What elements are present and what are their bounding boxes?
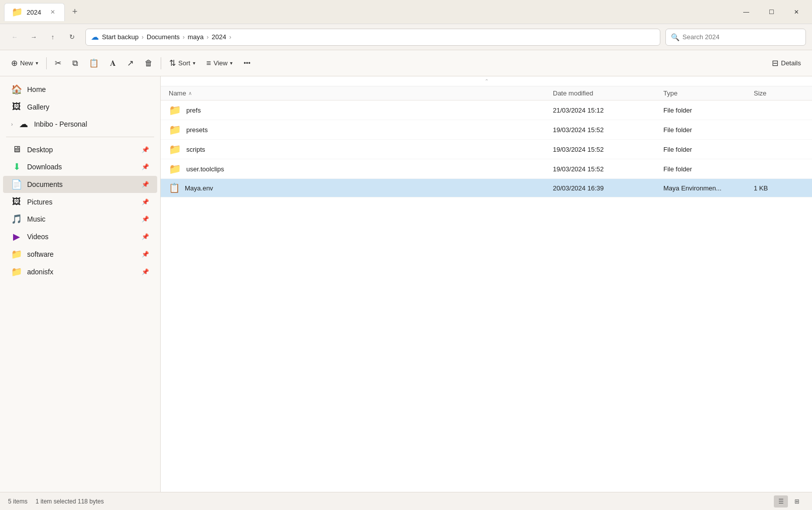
file-size-mayaenv: 1 KB	[754, 184, 804, 192]
file-name-scripts: scripts	[186, 146, 205, 153]
view-dropdown-icon: ▾	[230, 60, 233, 66]
sidebar-label-adonisfx: adonisfx	[27, 268, 53, 276]
details-label: Details	[781, 59, 801, 67]
share-button[interactable]: ↗	[122, 54, 139, 72]
search-bar[interactable]: 🔍	[665, 29, 806, 46]
delete-button[interactable]: 🗑	[140, 54, 158, 72]
file-type-mayaenv: Maya Environmen...	[663, 184, 754, 192]
sidebar-item-software[interactable]: 📁 software 📌	[3, 246, 157, 263]
new-button[interactable]: ⊕ New ▾	[6, 54, 43, 72]
sidebar-item-home[interactable]: 🏠 Home	[3, 81, 157, 98]
breadcrumb-2024[interactable]: 2024	[212, 33, 226, 41]
breadcrumb-sep-3: ›	[207, 34, 209, 41]
file-date-toolclips: 19/03/2024 15:52	[553, 165, 663, 173]
sort-label: Sort	[178, 59, 190, 67]
file-name-cell-toolclips: 📁 user.toolclips	[169, 163, 553, 175]
new-label: New	[20, 59, 33, 67]
expand-icon: ›	[11, 121, 13, 127]
sidebar-item-downloads[interactable]: ⬇ Downloads 📌	[3, 158, 157, 175]
table-row[interactable]: 📋 Maya.env 20/03/2024 16:39 Maya Environ…	[161, 179, 812, 197]
table-row[interactable]: 📁 user.toolclips 19/03/2024 15:52 File f…	[161, 159, 812, 179]
table-row[interactable]: 📁 presets 19/03/2024 15:52 File folder	[161, 120, 812, 140]
file-name-prefs: prefs	[186, 107, 201, 114]
breadcrumb-sep-4: ›	[229, 34, 231, 41]
name-column-header[interactable]: Name ∧	[169, 89, 553, 97]
window-controls: — ☐ ✕	[735, 4, 808, 20]
breadcrumb-start-backup[interactable]: Start backup	[102, 33, 139, 41]
tab-area: 📁 2024 ✕ +	[4, 3, 735, 21]
cut-icon: ✂	[55, 58, 61, 68]
music-icon: 🎵	[11, 214, 22, 225]
minimize-button[interactable]: —	[735, 4, 758, 20]
search-input[interactable]	[682, 33, 800, 41]
file-table-header: Name ∧ Date modified Type Size	[161, 86, 812, 100]
date-column-header[interactable]: Date modified	[553, 89, 663, 97]
new-icon: ⊕	[11, 58, 18, 68]
breadcrumb-maya[interactable]: maya	[188, 33, 204, 41]
sidebar-item-music[interactable]: 🎵 Music 📌	[3, 211, 157, 228]
new-tab-button[interactable]: +	[67, 4, 83, 20]
sidebar-item-gallery[interactable]: 🖼 Gallery	[3, 98, 157, 115]
file-type-toolclips: File folder	[663, 165, 754, 173]
breadcrumb-documents[interactable]: Documents	[147, 33, 180, 41]
search-icon: 🔍	[671, 33, 679, 41]
sidebar-item-inbibo[interactable]: › ☁ Inbibo - Personal	[3, 116, 157, 133]
back-button[interactable]: ←	[6, 29, 23, 46]
paste-button[interactable]: 📋	[84, 54, 104, 72]
sidebar-item-pictures[interactable]: 🖼 Pictures 📌	[3, 193, 157, 210]
pin-icon-documents: 📌	[142, 181, 149, 188]
address-bar[interactable]: ☁ Start backup › Documents › maya › 2024…	[85, 29, 660, 46]
pin-icon-videos: 📌	[142, 233, 149, 240]
file-name-cell-scripts: 📁 scripts	[169, 143, 553, 155]
status-bar: 5 items 1 item selected 118 bytes ☰ ⊞	[0, 492, 812, 510]
view-icon: ≡	[206, 59, 211, 68]
file-name-mayaenv: Maya.env	[185, 184, 213, 192]
table-row[interactable]: 📁 prefs 21/03/2024 15:12 File folder	[161, 100, 812, 120]
gallery-icon: 🖼	[11, 101, 22, 112]
title-bar: 📁 2024 ✕ + — ☐ ✕	[0, 0, 812, 24]
folder-icon-prefs: 📁	[169, 104, 181, 116]
file-name-cell-prefs: 📁 prefs	[169, 104, 553, 116]
view-button[interactable]: ≡ View ▾	[201, 54, 238, 72]
new-dropdown-icon: ▾	[36, 60, 38, 66]
rename-button[interactable]: 𝐀	[105, 54, 121, 72]
cut-button[interactable]: ✂	[50, 54, 66, 72]
up-button[interactable]: ↑	[44, 29, 61, 46]
sidebar-item-desktop[interactable]: 🖥 Desktop 📌	[3, 141, 157, 158]
folder-icon-toolclips: 📁	[169, 163, 181, 175]
sidebar-item-videos[interactable]: ▶ Videos 📌	[3, 228, 157, 245]
toolbar: ⊕ New ▾ ✂ ⧉ 📋 𝐀 ↗ 🗑 ⇅ Sort ▾ ≡ View ▾ ••…	[0, 50, 812, 76]
maximize-button[interactable]: ☐	[760, 4, 783, 20]
file-name-toolclips: user.toolclips	[186, 165, 224, 173]
sidebar: 🏠 Home 🖼 Gallery › ☁ Inbibo - Personal 🖥…	[0, 76, 161, 492]
size-column-header[interactable]: Size	[754, 89, 804, 97]
sidebar-label-software: software	[27, 250, 54, 258]
videos-icon: ▶	[11, 231, 22, 242]
pin-icon-desktop: 📌	[142, 146, 149, 153]
paste-icon: 📋	[89, 58, 99, 68]
tab-close-button[interactable]: ✕	[48, 8, 57, 17]
file-type-prefs: File folder	[663, 107, 754, 114]
selection-info: 1 item selected 118 bytes	[36, 498, 104, 505]
sidebar-item-documents[interactable]: 📄 Documents 📌	[3, 176, 157, 193]
more-options-button[interactable]: •••	[239, 54, 256, 72]
type-column-header[interactable]: Type	[663, 89, 754, 97]
details-button[interactable]: ⊟ Details	[767, 54, 806, 72]
file-date-presets: 19/03/2024 15:52	[553, 126, 663, 134]
pin-icon-software: 📌	[142, 251, 149, 258]
tab-folder-icon: 📁	[12, 7, 23, 18]
sort-button[interactable]: ⇅ Sort ▾	[164, 54, 200, 72]
list-view-button[interactable]: ☰	[774, 495, 788, 507]
forward-button[interactable]: →	[25, 29, 42, 46]
item-count: 5 items	[8, 498, 28, 505]
tab-title: 2024	[27, 9, 41, 16]
sidebar-item-adonisfx[interactable]: 📁 adonisfx 📌	[3, 263, 157, 280]
active-tab[interactable]: 📁 2024 ✕	[4, 3, 65, 21]
table-row[interactable]: 📁 scripts 19/03/2024 15:52 File folder	[161, 140, 812, 159]
copy-button[interactable]: ⧉	[67, 54, 83, 72]
grid-view-button[interactable]: ⊞	[790, 495, 804, 507]
close-button[interactable]: ✕	[785, 4, 808, 20]
file-date-prefs: 21/03/2024 15:12	[553, 107, 663, 114]
refresh-button[interactable]: ↻	[63, 29, 80, 46]
sidebar-divider	[6, 137, 154, 137]
